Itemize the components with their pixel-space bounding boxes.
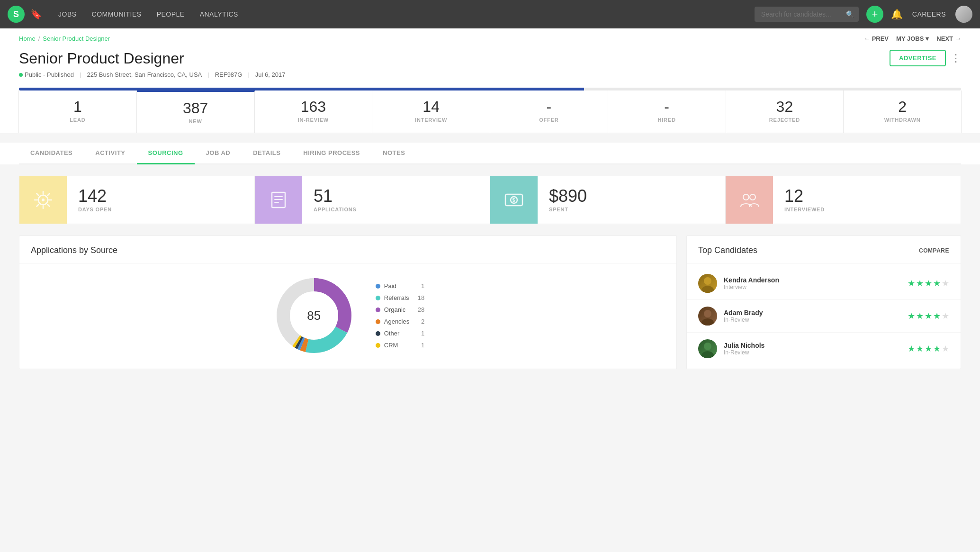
tab-job-ad[interactable]: JOB AD — [195, 143, 242, 164]
prev-button[interactable]: ← PREV — [864, 35, 889, 42]
nav-careers[interactable]: CAREERS — [912, 10, 946, 18]
chevron-down-icon: ▾ — [926, 35, 929, 42]
job-status: Public - Published — [25, 71, 74, 78]
interviewed-icon-box — [726, 176, 773, 224]
more-options-button[interactable]: ⋮ — [951, 52, 961, 64]
svg-point-29 — [704, 310, 711, 317]
sourcing-cards: 142 DAYS OPEN 51 APPLICATIONS — [19, 176, 961, 224]
nav-jobs[interactable]: JOBS — [52, 8, 83, 21]
nav-logo[interactable]: S — [8, 6, 25, 23]
navbar: S 🔖 JOBS COMMUNITIES PEOPLE ANALYTICS 🔍 … — [0, 0, 980, 28]
candidate-info-2: Julia Nichols In-Review — [724, 342, 901, 356]
status-dot — [19, 73, 23, 77]
job-title: Senior Product Designer — [19, 50, 285, 67]
stat-withdrawn[interactable]: 2 WITHDRAWN — [844, 90, 961, 133]
main-content: 142 DAYS OPEN 51 APPLICATIONS — [0, 164, 980, 380]
legend-dot-organic — [376, 308, 380, 312]
candidate-stars-1: ★ ★ ★ ★ ★ — [908, 311, 949, 321]
nav-analytics[interactable]: ANALYTICS — [193, 8, 245, 21]
tab-candidates[interactable]: CANDIDATES — [19, 143, 84, 164]
bottom-panels: Applications by Source — [19, 235, 961, 369]
sourcing-card-interviewed: 12 INTERVIEWED — [726, 176, 961, 224]
bell-icon[interactable]: 🔔 — [891, 9, 903, 20]
legend-dot-agencies — [376, 319, 380, 324]
search-wrap: 🔍 — [755, 7, 859, 22]
candidate-row-1: Adam Brady In-Review ★ ★ ★ ★ ★ — [687, 300, 961, 333]
breadcrumb-nav: ← PREV MY JOBS ▾ NEXT → — [864, 35, 961, 42]
tab-activity[interactable]: ACTIVITY — [84, 143, 136, 164]
stat-offer[interactable]: - OFFER — [490, 90, 608, 133]
nav-communities[interactable]: COMMUNITIES — [85, 8, 148, 21]
tab-notes[interactable]: NOTES — [371, 143, 416, 164]
candidates-list: Kendra Anderson Interview ★ ★ ★ ★ ★ — [687, 263, 961, 369]
job-ref: REF987G — [215, 71, 243, 78]
candidate-row-2: Julia Nichols In-Review ★ ★ ★ ★ ★ — [687, 333, 961, 365]
legend-dot-crm — [376, 343, 380, 348]
advertise-button[interactable]: ADVERTISE — [890, 50, 946, 66]
compare-button[interactable]: COMPARE — [919, 247, 949, 254]
legend-label-other: Other — [384, 330, 400, 337]
chart-legend: Paid 1 Referrals 18 Organic 28 — [376, 282, 424, 349]
candidate-info-1: Adam Brady In-Review — [724, 309, 901, 323]
legend-paid: Paid 1 — [376, 282, 424, 290]
tabs-wrap: CANDIDATES ACTIVITY SOURCING JOB AD DETA… — [0, 143, 980, 164]
job-date: Jul 6, 2017 — [255, 71, 286, 78]
legend-other: Other 1 — [376, 330, 424, 337]
next-button[interactable]: NEXT → — [936, 35, 961, 42]
legend-label-agencies: Agencies — [384, 318, 409, 325]
sourcing-info-interviewed: 12 INTERVIEWED — [773, 178, 836, 222]
legend-crm: CRM 1 — [376, 342, 424, 349]
applications-icon-box — [255, 176, 302, 224]
sourcing-info-spent: $890 SPENT — [538, 178, 598, 222]
svg-text:$: $ — [512, 197, 515, 203]
legend-label-paid: Paid — [384, 282, 396, 290]
legend-count-organic: 28 — [413, 306, 424, 313]
breadcrumb-home[interactable]: Home — [19, 35, 36, 42]
legend-label-crm: CRM — [384, 342, 398, 349]
donut-chart: 85 — [271, 273, 357, 358]
sourcing-card-spent: $ $890 SPENT — [490, 176, 726, 224]
tab-details[interactable]: DETAILS — [242, 143, 292, 164]
search-input[interactable] — [755, 7, 859, 22]
stat-hired[interactable]: - HIRED — [608, 90, 726, 133]
svg-point-18 — [750, 194, 755, 200]
tab-sourcing[interactable]: SOURCING — [137, 143, 195, 164]
tab-hiring-process[interactable]: HIRING PROCESS — [292, 143, 371, 164]
job-header: Senior Product Designer Public - Publish… — [0, 42, 980, 88]
svg-point-31 — [704, 343, 711, 350]
stats-bar-wrap: 1 LEAD 387 NEW 163 IN-REVIEW 14 INTERVIE… — [0, 88, 980, 133]
breadcrumb-bar: Home / Senior Product Designer ← PREV MY… — [0, 28, 980, 42]
stat-lead[interactable]: 1 LEAD — [19, 90, 137, 133]
legend-label-referrals: Referrals — [384, 294, 409, 301]
add-button[interactable]: + — [866, 6, 883, 23]
candidate-avatar-1 — [698, 307, 717, 326]
legend-organic: Organic 28 — [376, 306, 424, 313]
stat-inreview[interactable]: 163 IN-REVIEW — [255, 90, 373, 133]
avatar[interactable] — [955, 6, 972, 23]
job-meta: Public - Published | 225 Bush Street, Sa… — [19, 71, 285, 78]
sourcing-card-applications: 51 APPLICATIONS — [255, 176, 490, 224]
stat-rejected[interactable]: 32 REJECTED — [726, 90, 844, 133]
applications-panel-title: Applications by Source — [31, 245, 117, 255]
legend-count-other: 1 — [413, 330, 424, 337]
svg-line-6 — [37, 194, 39, 196]
bookmark-icon[interactable]: 🔖 — [30, 9, 42, 20]
arrow-left-icon: ← — [864, 35, 870, 42]
job-location: 225 Bush Street, San Francisco, CA, USA — [87, 71, 202, 78]
candidate-avatar-0 — [698, 274, 717, 293]
legend-dot-paid — [376, 284, 380, 289]
candidate-info-0: Kendra Anderson Interview — [724, 276, 901, 290]
legend-referrals: Referrals 18 — [376, 294, 424, 301]
sourcing-info-applications: 51 APPLICATIONS — [302, 178, 368, 222]
candidate-row-0: Kendra Anderson Interview ★ ★ ★ ★ ★ — [687, 267, 961, 300]
applications-panel-header: Applications by Source — [19, 236, 676, 263]
stat-interview[interactable]: 14 INTERVIEW — [372, 90, 490, 133]
nav-links: JOBS COMMUNITIES PEOPLE ANALYTICS — [52, 8, 751, 21]
svg-line-9 — [37, 205, 39, 207]
breadcrumb-current[interactable]: Senior Product Designer — [43, 35, 110, 42]
stat-new[interactable]: 387 NEW — [137, 90, 255, 133]
svg-point-32 — [701, 351, 714, 358]
stats-bar: 1 LEAD 387 NEW 163 IN-REVIEW 14 INTERVIE… — [18, 90, 962, 133]
myjobs-button[interactable]: MY JOBS ▾ — [896, 35, 929, 42]
nav-people[interactable]: PEOPLE — [150, 8, 191, 21]
